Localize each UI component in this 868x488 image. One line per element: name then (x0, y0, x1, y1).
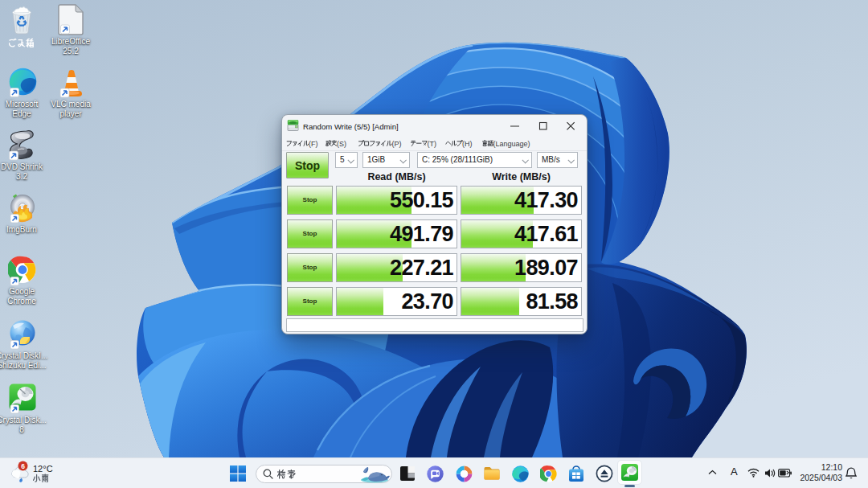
svg-text:6: 6 (21, 462, 25, 470)
svg-text:(P): (P) (392, 140, 402, 148)
svg-text:(T): (T) (428, 140, 437, 148)
svg-text:(Language): (Language) (493, 140, 530, 148)
svg-text:(S): (S) (337, 140, 346, 148)
svg-text:(F): (F) (309, 140, 318, 148)
svg-text:(H): (H) (462, 140, 473, 148)
